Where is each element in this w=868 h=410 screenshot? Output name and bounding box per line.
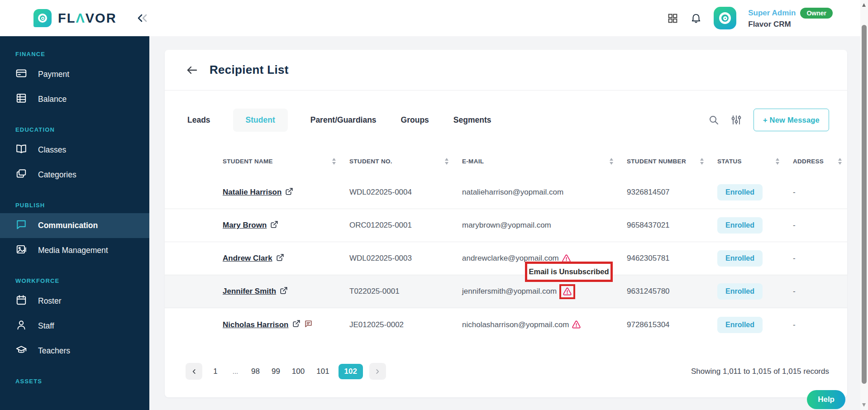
table-header-row: STUDENT NAME STUDENT NO. E-MAIL STUDENT … bbox=[165, 146, 847, 176]
status-badge: Enrolled bbox=[717, 250, 763, 267]
pagination-page-1[interactable]: 1 bbox=[209, 364, 222, 379]
sidebar-section-publish: PUBLISH bbox=[0, 195, 149, 213]
sidebar-collapse-icon[interactable] bbox=[136, 12, 149, 24]
email-unsubscribed-tooltip: Email is Unsubscribed bbox=[525, 262, 613, 282]
sort-icon-email[interactable] bbox=[610, 158, 613, 165]
tab-groups[interactable]: Groups bbox=[399, 109, 431, 132]
pagination-page-102-active[interactable]: 102 bbox=[339, 364, 363, 379]
tab-student[interactable]: Student bbox=[233, 109, 288, 132]
credit-card-icon bbox=[15, 67, 27, 81]
main-content: Recipient List Leads Student Parent/Guar… bbox=[149, 36, 868, 410]
status-badge: Enrolled bbox=[717, 217, 763, 234]
sidebar-item-teachers[interactable]: Teachers bbox=[0, 338, 149, 363]
pagination-ellipsis: ... bbox=[229, 364, 242, 378]
sidebar-section-finance: FINANCE bbox=[0, 44, 149, 62]
sidebar-section-assets: ASSETS bbox=[0, 372, 149, 389]
sidebar-item-media-management[interactable]: Media Management bbox=[0, 238, 149, 263]
page-title: Recipient List bbox=[210, 63, 289, 77]
tab-leads[interactable]: Leads bbox=[186, 109, 212, 132]
sidebar-item-roster[interactable]: Roster bbox=[0, 289, 149, 314]
recipient-list-card: Recipient List Leads Student Parent/Guar… bbox=[165, 50, 847, 397]
ledger-icon bbox=[15, 92, 27, 106]
student-name-link[interactable]: Andrew Clark bbox=[223, 254, 272, 263]
graduation-cap-icon bbox=[15, 344, 27, 358]
recipient-tabs: Leads Student Parent/Guardians Groups Se… bbox=[186, 109, 493, 132]
table-row: Jennifer Smith T022025-0001 jennifersmit… bbox=[165, 275, 847, 308]
app-logo: FLΛVOR bbox=[0, 9, 117, 27]
pagination-prev-button[interactable] bbox=[186, 363, 202, 380]
external-link-icon[interactable] bbox=[280, 286, 288, 297]
sort-icon-student-number[interactable] bbox=[700, 158, 704, 165]
table-row: Andrew Clark WDL022025-0003 andrewclarke… bbox=[165, 242, 847, 275]
help-button[interactable]: Help bbox=[807, 390, 845, 409]
page-scrollbar[interactable] bbox=[860, 0, 868, 410]
chat-bubble-icon bbox=[15, 219, 27, 233]
note-comment-icon[interactable] bbox=[304, 319, 313, 330]
pagination-next-button[interactable] bbox=[369, 363, 386, 380]
student-name-link[interactable]: Natalie Harrison bbox=[223, 188, 281, 197]
scrollbar-up-arrow[interactable] bbox=[862, 3, 866, 7]
calendar-icon bbox=[15, 294, 27, 308]
pagination-page-98[interactable]: 98 bbox=[248, 364, 262, 379]
notifications-bell-icon[interactable] bbox=[690, 12, 702, 24]
pagination-page-99[interactable]: 99 bbox=[269, 364, 283, 379]
email-unsubscribed-warning-icon[interactable] bbox=[572, 320, 581, 329]
sort-icon-student-no[interactable] bbox=[445, 158, 448, 165]
apps-grid-icon[interactable] bbox=[667, 13, 678, 24]
status-badge: Enrolled bbox=[717, 184, 763, 200]
open-book-icon bbox=[15, 143, 27, 157]
student-name-link[interactable]: Jennifer Smith bbox=[223, 287, 276, 296]
sort-icon-status[interactable] bbox=[776, 158, 779, 165]
tab-segments[interactable]: Segments bbox=[452, 109, 493, 132]
media-image-icon bbox=[15, 243, 27, 257]
external-link-icon[interactable] bbox=[270, 220, 278, 231]
table-row: Natalie Harrison WDL022025-0004 natalieh… bbox=[165, 176, 847, 209]
tab-parent-guardians[interactable]: Parent/Guardians bbox=[309, 109, 378, 132]
pagination-page-101[interactable]: 101 bbox=[314, 364, 332, 379]
sidebar-item-categories[interactable]: Categories bbox=[0, 162, 149, 187]
workspace-name: Flavor CRM bbox=[748, 20, 833, 29]
recipients-table: STUDENT NAME STUDENT NO. E-MAIL STUDENT … bbox=[165, 146, 847, 341]
sidebar-section-education: EDUCATION bbox=[0, 120, 149, 138]
sidebar-item-classes[interactable]: Classes bbox=[0, 138, 149, 162]
user-name[interactable]: Super Admin bbox=[748, 9, 796, 18]
scrollbar-thumb[interactable] bbox=[862, 25, 867, 384]
topbar: FLΛVOR Super Admin Owner Flavor CRM bbox=[0, 0, 868, 36]
table-row: Nicholas Harrison JE012025-0002 nicholas… bbox=[165, 308, 847, 341]
student-name-link[interactable]: Mary Brown bbox=[223, 221, 267, 230]
status-badge: Enrolled bbox=[717, 283, 763, 300]
avatar[interactable] bbox=[714, 7, 736, 29]
sidebar-item-balance[interactable]: Balance bbox=[0, 87, 149, 112]
sort-icon-student-name[interactable] bbox=[332, 158, 336, 165]
sidebar-item-communication[interactable]: Communication bbox=[0, 213, 149, 238]
external-link-icon[interactable] bbox=[285, 187, 293, 198]
external-link-icon[interactable] bbox=[276, 253, 284, 264]
records-summary: Showing 1,011 to 1,015 of 1,015 records bbox=[691, 367, 829, 376]
owner-badge: Owner bbox=[800, 8, 833, 19]
filter-sliders-icon[interactable] bbox=[731, 114, 742, 125]
person-icon bbox=[15, 319, 27, 333]
status-badge: Enrolled bbox=[717, 317, 763, 333]
sidebar: FINANCE Payment Balance EDUCATION Classe… bbox=[0, 36, 149, 410]
email-unsubscribed-warning-icon-highlighted[interactable] bbox=[559, 284, 575, 299]
flavor-logo-icon bbox=[33, 9, 52, 27]
back-arrow-icon[interactable] bbox=[186, 65, 198, 76]
sidebar-item-staff[interactable]: Staff bbox=[0, 314, 149, 338]
sort-icon-address[interactable] bbox=[838, 158, 842, 165]
stacked-cards-icon bbox=[15, 168, 27, 182]
sidebar-section-workforce: WORKFORCE bbox=[0, 271, 149, 289]
scrollbar-down-arrow[interactable] bbox=[862, 403, 866, 407]
pagination-page-100[interactable]: 100 bbox=[289, 364, 307, 379]
external-link-icon[interactable] bbox=[292, 319, 300, 330]
new-message-button[interactable]: + New Message bbox=[754, 109, 829, 131]
student-name-link[interactable]: Nicholas Harrison bbox=[223, 320, 289, 329]
search-icon[interactable] bbox=[708, 114, 719, 125]
flavor-logo-text: FLΛVOR bbox=[58, 11, 117, 26]
sidebar-item-payment[interactable]: Payment bbox=[0, 62, 149, 87]
table-row: Mary Brown ORC012025-0001 marybrown@yopm… bbox=[165, 209, 847, 242]
pagination: 1 ... 98 99 100 101 102 bbox=[186, 363, 386, 380]
